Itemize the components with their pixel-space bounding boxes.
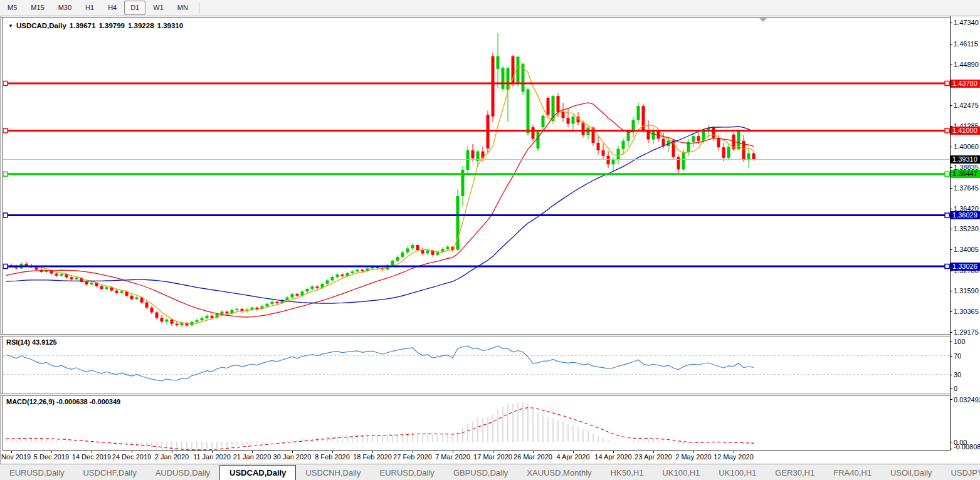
rsi-tick-label: 0 xyxy=(954,385,980,392)
date-label: 7 Mar 2020 xyxy=(435,453,470,461)
price-tick-label: 1.30365 xyxy=(954,308,980,315)
date-label: 2 May 2020 xyxy=(675,453,711,461)
candle-body xyxy=(527,90,530,133)
rsi-chart-canvas[interactable] xyxy=(3,337,950,394)
candle-body xyxy=(602,150,605,156)
chart-tab-fra40-h1[interactable]: FRA40,H1 xyxy=(824,466,881,480)
candle-body xyxy=(502,68,505,89)
candle-body xyxy=(752,154,756,160)
main-price-chart-canvas[interactable] xyxy=(3,18,950,334)
chart-tab-xauusd-monthly[interactable]: XAUUSD,Monthly xyxy=(517,466,601,480)
candle-body xyxy=(567,118,570,124)
timeframe-button-h4[interactable]: H4 xyxy=(102,1,123,15)
ohlc-low-value: 1.39228 xyxy=(128,22,154,29)
timeframe-button-d1[interactable]: D1 xyxy=(124,1,145,15)
chart-tab-eurusd-daily[interactable]: EURUSD,Daily xyxy=(370,466,443,480)
date-label: 12 May 2020 xyxy=(714,453,754,461)
rsi-line xyxy=(6,346,754,381)
hline-handle xyxy=(3,128,8,133)
rsi-tick-label: 30 xyxy=(954,371,980,378)
date-label: 30 Jan 2020 xyxy=(273,453,312,461)
date-label: 21 Jan 2020 xyxy=(233,453,271,461)
axis-tick xyxy=(950,167,952,168)
rsi-tick-label: 70 xyxy=(954,352,980,360)
candle-body xyxy=(537,132,540,149)
date-label: 11 Jan 2020 xyxy=(193,453,231,461)
candle-body xyxy=(507,68,510,90)
chart-tab-usdcad-daily[interactable]: USDCAD,Daily xyxy=(219,465,296,480)
axis-tick xyxy=(950,271,952,271)
chart-tab-usoil-daily[interactable]: USOil,Daily xyxy=(881,466,941,480)
axis-tick xyxy=(950,209,952,209)
timeframe-toolbar: M5M15M30H1H4D1W1MN xyxy=(0,0,980,16)
candle-body xyxy=(637,106,640,120)
chart-dropdown-icon[interactable]: ▼ xyxy=(8,23,13,29)
price-tick-label: 1.44890 xyxy=(954,61,980,68)
candle-body xyxy=(236,309,239,310)
candle-body xyxy=(612,160,615,164)
candle-body xyxy=(391,261,394,266)
date-label: 14 Apr 2020 xyxy=(594,453,631,461)
chart-tab-audusd-daily[interactable]: AUDUSD,Daily xyxy=(146,466,219,480)
candle-body xyxy=(341,274,344,276)
candle-body xyxy=(582,123,585,135)
candle-body xyxy=(266,304,269,306)
chart-tab-usdchf-daily[interactable]: USDCHF,Daily xyxy=(73,466,145,480)
timeframe-button-m5[interactable]: M5 xyxy=(1,1,23,15)
ohlc-open-value: 1.39671 xyxy=(70,22,96,29)
chart-title[interactable]: ▼ USDCAD,Daily 1.39671 1.39799 1.39228 1… xyxy=(8,22,183,29)
candle-body xyxy=(181,323,184,325)
chart-tab-gbpusd-daily[interactable]: GBPUSD,Daily xyxy=(444,466,517,480)
hline-handle xyxy=(945,213,949,217)
chart-tab-uk100-h1[interactable]: UK100,H1 xyxy=(653,466,709,480)
chart-tab-usdjpy-h1[interactable]: USDJPY,H1 xyxy=(941,466,980,480)
timeframe-button-h1[interactable]: H1 xyxy=(79,1,100,15)
candle-body xyxy=(145,303,149,308)
price-badge-1.41000: 1.41000 xyxy=(951,127,980,135)
axis-tick xyxy=(950,105,952,106)
chart-tab-uk100-h1[interactable]: UK100,H1 xyxy=(709,466,766,480)
candle-body xyxy=(60,274,63,276)
candle-body xyxy=(311,286,314,289)
trading-terminal-window: M5M15M30H1H4D1W1MN ▼ USDCAD,Daily 1.3967… xyxy=(0,0,980,480)
candle-body xyxy=(306,289,309,291)
hline-handle xyxy=(945,128,949,133)
candle-body xyxy=(271,302,274,304)
price-badge-1.36029: 1.36029 xyxy=(951,211,980,219)
hline-handle xyxy=(945,264,949,269)
price-tick-label: 1.37645 xyxy=(954,184,980,192)
timeframe-button-mn[interactable]: MN xyxy=(171,1,194,15)
candle-body xyxy=(166,320,169,321)
axis-tick xyxy=(950,23,952,23)
window-left-edge xyxy=(0,16,1,464)
candle-body xyxy=(697,136,700,141)
candle-body xyxy=(176,324,179,325)
date-label: 17 Mar 2020 xyxy=(473,453,512,461)
date-label: 23 Apr 2020 xyxy=(635,453,672,461)
candle-body xyxy=(75,278,78,279)
timeframe-button-m15[interactable]: M15 xyxy=(24,1,50,15)
chart-tab-eurusd-daily[interactable]: EURUSD,Daily xyxy=(0,466,73,480)
chart-tab-usdcnh-daily[interactable]: USDCNH,Daily xyxy=(296,466,370,480)
candle-body xyxy=(226,311,229,313)
candle-body xyxy=(472,150,475,159)
candle-body xyxy=(296,294,299,296)
candle-body xyxy=(426,251,429,254)
macd-chart-canvas[interactable] xyxy=(3,396,950,451)
candle-body xyxy=(562,112,565,118)
chart-tab-ger30-h1[interactable]: GER30,H1 xyxy=(766,466,824,480)
candle-body xyxy=(692,136,695,142)
candle-body xyxy=(622,141,625,149)
candles-group xyxy=(5,33,756,328)
chart-tab-hk50-h1[interactable]: HK50,H1 xyxy=(601,466,653,480)
timeframe-button-m30[interactable]: M30 xyxy=(52,1,78,15)
axis-tick xyxy=(950,291,952,291)
candle-body xyxy=(135,298,139,300)
price-tick-label: 1.40060 xyxy=(954,143,980,150)
axis-tick xyxy=(950,389,952,389)
candle-body xyxy=(662,139,665,146)
candle-body xyxy=(466,150,470,170)
date-label: 8 Feb 2020 xyxy=(315,453,350,461)
timeframe-button-w1[interactable]: W1 xyxy=(147,1,170,15)
price-tick-label: 1.29175 xyxy=(954,328,980,336)
